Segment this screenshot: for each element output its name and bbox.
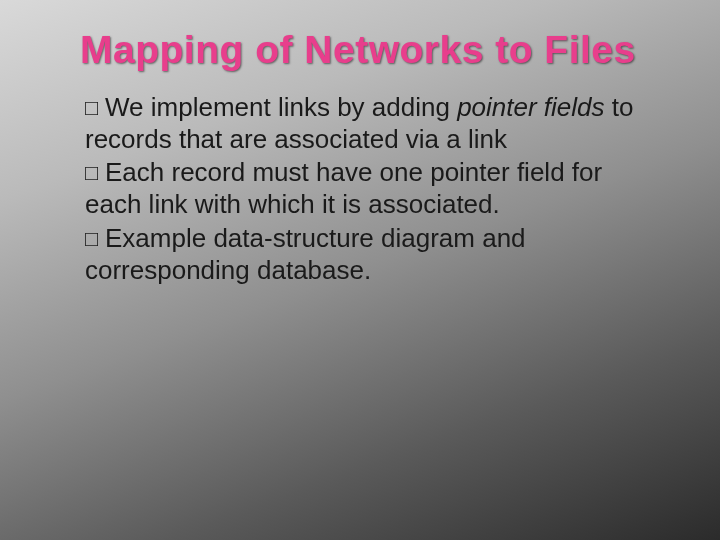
slide: Mapping of Networks to Files □ We implem… [0, 0, 720, 540]
slide-title: Mapping of Networks to Files [80, 28, 660, 72]
bullet-2: □ Each record must have one pointer fiel… [85, 157, 650, 220]
slide-body: □ We implement links by adding pointer f… [85, 92, 650, 288]
bullet-text-pre: We implement links by adding [105, 92, 457, 122]
bullet-3: □ Example data-structure diagram and cor… [85, 223, 650, 286]
bullet-text-em: pointer fields [457, 92, 604, 122]
bullet-icon: □ [85, 160, 105, 187]
bullet-text-pre: Each record must have one pointer field … [85, 157, 602, 219]
bullet-icon: □ [85, 226, 105, 253]
bullet-text-pre: Example data-structure diagram and corre… [85, 223, 526, 285]
bullet-icon: □ [85, 95, 105, 122]
bullet-1: □ We implement links by adding pointer f… [85, 92, 650, 155]
